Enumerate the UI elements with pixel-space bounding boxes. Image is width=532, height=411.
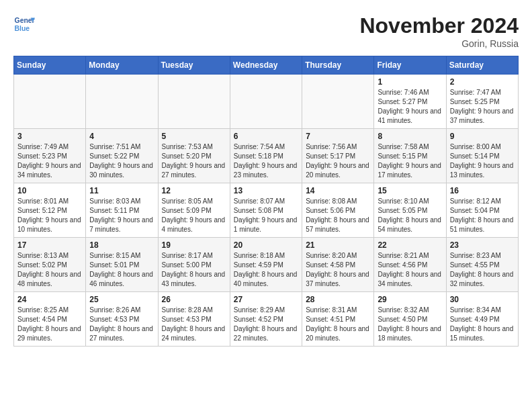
calendar-week-row: 24Sunrise: 8:25 AM Sunset: 4:54 PM Dayli… <box>14 292 519 347</box>
day-number: 12 <box>162 186 226 195</box>
day-detail: Sunrise: 7:53 AM Sunset: 5:20 PM Dayligh… <box>162 142 226 180</box>
day-number: 4 <box>89 132 154 141</box>
calendar-cell: 17Sunrise: 8:13 AM Sunset: 5:02 PM Dayli… <box>14 238 86 292</box>
calendar-cell: 21Sunrise: 8:20 AM Sunset: 4:58 PM Dayli… <box>302 238 374 292</box>
calendar-cell: 18Sunrise: 8:15 AM Sunset: 5:01 PM Dayli… <box>86 238 158 292</box>
day-detail: Sunrise: 8:32 AM Sunset: 4:50 PM Dayligh… <box>378 306 442 343</box>
day-of-week-header: Sunday <box>14 56 86 75</box>
month-title: November 2024 <box>359 13 519 38</box>
calendar-cell <box>230 75 302 129</box>
day-of-week-header: Thursday <box>302 56 374 75</box>
day-number: 17 <box>17 240 82 250</box>
day-number: 1 <box>378 77 442 87</box>
calendar-cell: 28Sunrise: 8:31 AM Sunset: 4:51 PM Dayli… <box>302 292 374 347</box>
day-number: 11 <box>89 186 154 195</box>
day-detail: Sunrise: 8:31 AM Sunset: 4:51 PM Dayligh… <box>306 306 370 343</box>
calendar-cell: 16Sunrise: 8:12 AM Sunset: 5:04 PM Dayli… <box>446 183 518 238</box>
day-number: 18 <box>89 240 154 250</box>
title-block: November 2024 Gorin, Russia <box>359 13 519 49</box>
day-detail: Sunrise: 8:05 AM Sunset: 5:09 PM Dayligh… <box>162 197 226 234</box>
day-number: 19 <box>162 240 226 250</box>
day-number: 25 <box>89 295 154 304</box>
day-detail: Sunrise: 8:23 AM Sunset: 4:55 PM Dayligh… <box>450 251 515 289</box>
calendar-cell: 11Sunrise: 8:03 AM Sunset: 5:11 PM Dayli… <box>86 183 158 238</box>
calendar-cell: 24Sunrise: 8:25 AM Sunset: 4:54 PM Dayli… <box>14 292 86 347</box>
day-detail: Sunrise: 8:13 AM Sunset: 5:02 PM Dayligh… <box>17 251 82 289</box>
day-number: 20 <box>234 240 298 250</box>
day-of-week-header: Saturday <box>446 56 518 75</box>
day-detail: Sunrise: 7:56 AM Sunset: 5:17 PM Dayligh… <box>306 142 370 180</box>
calendar-cell: 9Sunrise: 8:00 AM Sunset: 5:14 PM Daylig… <box>446 129 518 183</box>
calendar-cell: 27Sunrise: 8:29 AM Sunset: 4:52 PM Dayli… <box>230 292 302 347</box>
day-number: 28 <box>306 295 370 304</box>
logo: General Blue <box>13 13 35 35</box>
location: Gorin, Russia <box>359 38 519 49</box>
calendar-week-row: 17Sunrise: 8:13 AM Sunset: 5:02 PM Dayli… <box>14 238 519 292</box>
day-number: 22 <box>378 240 442 250</box>
day-number: 21 <box>306 240 370 250</box>
calendar-cell: 12Sunrise: 8:05 AM Sunset: 5:09 PM Dayli… <box>158 183 230 238</box>
day-detail: Sunrise: 8:08 AM Sunset: 5:06 PM Dayligh… <box>306 197 370 234</box>
day-detail: Sunrise: 8:29 AM Sunset: 4:52 PM Dayligh… <box>234 306 298 343</box>
day-number: 2 <box>450 77 515 87</box>
day-detail: Sunrise: 8:21 AM Sunset: 4:56 PM Dayligh… <box>378 251 442 289</box>
day-number: 9 <box>450 132 515 141</box>
day-detail: Sunrise: 8:12 AM Sunset: 5:04 PM Dayligh… <box>450 197 515 234</box>
calendar-cell: 13Sunrise: 8:07 AM Sunset: 5:08 PM Dayli… <box>230 183 302 238</box>
day-detail: Sunrise: 8:07 AM Sunset: 5:08 PM Dayligh… <box>234 197 298 234</box>
svg-text:Blue: Blue <box>15 25 30 32</box>
day-number: 16 <box>450 186 515 195</box>
calendar-cell: 7Sunrise: 7:56 AM Sunset: 5:17 PM Daylig… <box>302 129 374 183</box>
day-detail: Sunrise: 8:18 AM Sunset: 4:59 PM Dayligh… <box>234 251 298 289</box>
day-of-week-header: Monday <box>86 56 158 75</box>
calendar-cell: 22Sunrise: 8:21 AM Sunset: 4:56 PM Dayli… <box>374 238 446 292</box>
calendar-cell: 25Sunrise: 8:26 AM Sunset: 4:53 PM Dayli… <box>86 292 158 347</box>
day-detail: Sunrise: 7:49 AM Sunset: 5:23 PM Dayligh… <box>17 142 82 180</box>
page-header: General Blue November 2024 Gorin, Russia <box>13 13 519 49</box>
calendar-week-row: 1Sunrise: 7:46 AM Sunset: 5:27 PM Daylig… <box>14 75 519 129</box>
calendar-cell: 19Sunrise: 8:17 AM Sunset: 5:00 PM Dayli… <box>158 238 230 292</box>
day-number: 15 <box>378 186 442 195</box>
day-number: 23 <box>450 240 515 250</box>
day-detail: Sunrise: 7:46 AM Sunset: 5:27 PM Dayligh… <box>378 88 442 126</box>
day-number: 26 <box>162 295 226 304</box>
day-number: 3 <box>17 132 82 141</box>
calendar-cell: 26Sunrise: 8:28 AM Sunset: 4:53 PM Dayli… <box>158 292 230 347</box>
calendar-cell <box>14 75 86 129</box>
day-number: 6 <box>234 132 298 141</box>
day-detail: Sunrise: 8:03 AM Sunset: 5:11 PM Dayligh… <box>89 197 154 234</box>
logo-icon: General Blue <box>13 13 35 35</box>
calendar-cell: 1Sunrise: 7:46 AM Sunset: 5:27 PM Daylig… <box>374 75 446 129</box>
calendar-header-row: SundayMondayTuesdayWednesdayThursdayFrid… <box>14 56 519 75</box>
calendar-week-row: 3Sunrise: 7:49 AM Sunset: 5:23 PM Daylig… <box>14 129 519 183</box>
day-number: 27 <box>234 295 298 304</box>
calendar-cell: 3Sunrise: 7:49 AM Sunset: 5:23 PM Daylig… <box>14 129 86 183</box>
day-detail: Sunrise: 7:58 AM Sunset: 5:15 PM Dayligh… <box>378 142 442 180</box>
day-number: 5 <box>162 132 226 141</box>
day-detail: Sunrise: 7:54 AM Sunset: 5:18 PM Dayligh… <box>234 142 298 180</box>
day-detail: Sunrise: 8:10 AM Sunset: 5:05 PM Dayligh… <box>378 197 442 234</box>
day-detail: Sunrise: 8:17 AM Sunset: 5:00 PM Dayligh… <box>162 251 226 289</box>
day-detail: Sunrise: 8:26 AM Sunset: 4:53 PM Dayligh… <box>89 306 154 343</box>
day-detail: Sunrise: 8:15 AM Sunset: 5:01 PM Dayligh… <box>89 251 154 289</box>
calendar-cell: 14Sunrise: 8:08 AM Sunset: 5:06 PM Dayli… <box>302 183 374 238</box>
calendar-cell: 6Sunrise: 7:54 AM Sunset: 5:18 PM Daylig… <box>230 129 302 183</box>
day-of-week-header: Wednesday <box>230 56 302 75</box>
calendar-cell: 29Sunrise: 8:32 AM Sunset: 4:50 PM Dayli… <box>374 292 446 347</box>
day-detail: Sunrise: 8:25 AM Sunset: 4:54 PM Dayligh… <box>17 306 82 343</box>
day-detail: Sunrise: 7:51 AM Sunset: 5:22 PM Dayligh… <box>89 142 154 180</box>
calendar-cell: 30Sunrise: 8:34 AM Sunset: 4:49 PM Dayli… <box>446 292 518 347</box>
calendar-cell: 20Sunrise: 8:18 AM Sunset: 4:59 PM Dayli… <box>230 238 302 292</box>
day-number: 30 <box>450 295 515 304</box>
day-detail: Sunrise: 8:20 AM Sunset: 4:58 PM Dayligh… <box>306 251 370 289</box>
day-number: 7 <box>306 132 370 141</box>
day-detail: Sunrise: 8:01 AM Sunset: 5:12 PM Dayligh… <box>17 197 82 234</box>
day-detail: Sunrise: 7:47 AM Sunset: 5:25 PM Dayligh… <box>450 88 515 126</box>
day-detail: Sunrise: 8:00 AM Sunset: 5:14 PM Dayligh… <box>450 142 515 180</box>
day-number: 8 <box>378 132 442 141</box>
calendar-cell: 15Sunrise: 8:10 AM Sunset: 5:05 PM Dayli… <box>374 183 446 238</box>
day-number: 24 <box>17 295 82 304</box>
calendar-cell: 10Sunrise: 8:01 AM Sunset: 5:12 PM Dayli… <box>14 183 86 238</box>
calendar-cell: 5Sunrise: 7:53 AM Sunset: 5:20 PM Daylig… <box>158 129 230 183</box>
calendar-cell: 8Sunrise: 7:58 AM Sunset: 5:15 PM Daylig… <box>374 129 446 183</box>
